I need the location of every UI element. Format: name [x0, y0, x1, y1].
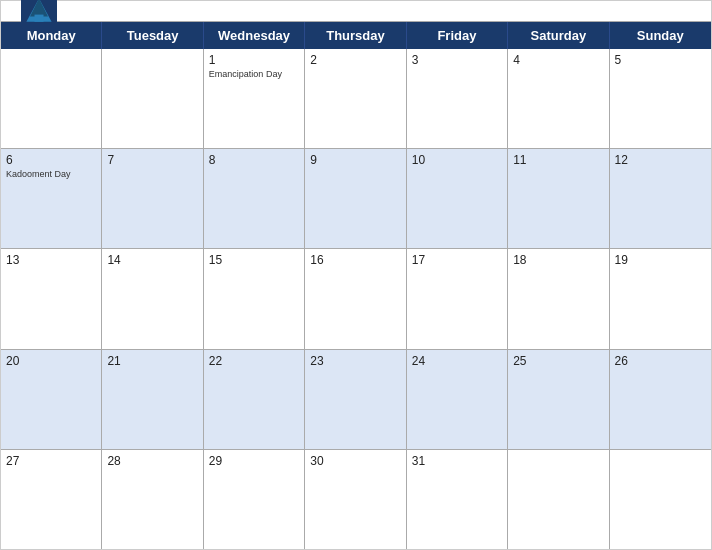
day-number: 27: [6, 454, 96, 468]
day-cell-27: 27: [1, 450, 102, 549]
logo: [21, 0, 61, 29]
day-number: 8: [209, 153, 299, 167]
day-number: 2: [310, 53, 400, 67]
day-number: 22: [209, 354, 299, 368]
day-cell-6: 6Kadooment Day: [1, 149, 102, 248]
day-cell-11: 11: [508, 149, 609, 248]
svg-rect-3: [35, 15, 44, 22]
day-cell-13: 13: [1, 249, 102, 348]
day-cell-8: 8: [204, 149, 305, 248]
day-number: 5: [615, 53, 706, 67]
day-number: 18: [513, 253, 603, 267]
day-cell-24: 24: [407, 350, 508, 449]
day-cell-15: 15: [204, 249, 305, 348]
day-number: 3: [412, 53, 502, 67]
day-cell-22: 22: [204, 350, 305, 449]
day-header-saturday: Saturday: [508, 22, 609, 49]
day-number: 6: [6, 153, 96, 167]
day-cell-12: 12: [610, 149, 711, 248]
day-cell-7: 7: [102, 149, 203, 248]
day-cell-empty: [610, 450, 711, 549]
day-cell-empty: [1, 49, 102, 148]
day-cell-20: 20: [1, 350, 102, 449]
day-cell-3: 3: [407, 49, 508, 148]
day-number: 30: [310, 454, 400, 468]
day-header-tuesday: Tuesday: [102, 22, 203, 49]
day-number: 23: [310, 354, 400, 368]
day-cell-29: 29: [204, 450, 305, 549]
day-number: 21: [107, 354, 197, 368]
day-cell-10: 10: [407, 149, 508, 248]
week-row-1: 1Emancipation Day2345: [1, 49, 711, 149]
day-cell-21: 21: [102, 350, 203, 449]
day-cell-9: 9: [305, 149, 406, 248]
day-number: 4: [513, 53, 603, 67]
logo-icon: [21, 0, 57, 29]
day-number: 13: [6, 253, 96, 267]
day-cell-17: 17: [407, 249, 508, 348]
day-number: 1: [209, 53, 299, 67]
calendar: MondayTuesdayWednesdayThursdayFridaySatu…: [0, 0, 712, 550]
day-cell-28: 28: [102, 450, 203, 549]
week-row-4: 20212223242526: [1, 350, 711, 450]
calendar-grid: MondayTuesdayWednesdayThursdayFridaySatu…: [1, 21, 711, 549]
day-number: 25: [513, 354, 603, 368]
day-cell-2: 2: [305, 49, 406, 148]
day-headers-row: MondayTuesdayWednesdayThursdayFridaySatu…: [1, 22, 711, 49]
week-row-2: 6Kadooment Day789101112: [1, 149, 711, 249]
day-number: 10: [412, 153, 502, 167]
day-cell-5: 5: [610, 49, 711, 148]
day-number: 17: [412, 253, 502, 267]
day-cell-19: 19: [610, 249, 711, 348]
day-cell-18: 18: [508, 249, 609, 348]
day-number: 11: [513, 153, 603, 167]
week-row-3: 13141516171819: [1, 249, 711, 349]
day-number: 15: [209, 253, 299, 267]
holiday-label: Emancipation Day: [209, 69, 299, 80]
day-cell-14: 14: [102, 249, 203, 348]
day-number: 7: [107, 153, 197, 167]
day-number: 28: [107, 454, 197, 468]
day-number: 16: [310, 253, 400, 267]
day-number: 14: [107, 253, 197, 267]
day-header-thursday: Thursday: [305, 22, 406, 49]
day-number: 26: [615, 354, 706, 368]
day-cell-1: 1Emancipation Day: [204, 49, 305, 148]
day-header-friday: Friday: [407, 22, 508, 49]
day-number: 9: [310, 153, 400, 167]
day-cell-26: 26: [610, 350, 711, 449]
day-number: 29: [209, 454, 299, 468]
day-cell-empty: [508, 450, 609, 549]
week-row-5: 2728293031: [1, 450, 711, 549]
calendar-body: 1Emancipation Day23456Kadooment Day78910…: [1, 49, 711, 549]
day-cell-30: 30: [305, 450, 406, 549]
day-cell-31: 31: [407, 450, 508, 549]
day-number: 20: [6, 354, 96, 368]
day-cell-16: 16: [305, 249, 406, 348]
day-header-sunday: Sunday: [610, 22, 711, 49]
day-number: 19: [615, 253, 706, 267]
holiday-label: Kadooment Day: [6, 169, 96, 180]
day-cell-4: 4: [508, 49, 609, 148]
day-number: 12: [615, 153, 706, 167]
calendar-header: [1, 1, 711, 21]
day-cell-empty: [102, 49, 203, 148]
day-cell-25: 25: [508, 350, 609, 449]
day-number: 31: [412, 454, 502, 468]
day-cell-23: 23: [305, 350, 406, 449]
day-header-wednesday: Wednesday: [204, 22, 305, 49]
day-number: 24: [412, 354, 502, 368]
